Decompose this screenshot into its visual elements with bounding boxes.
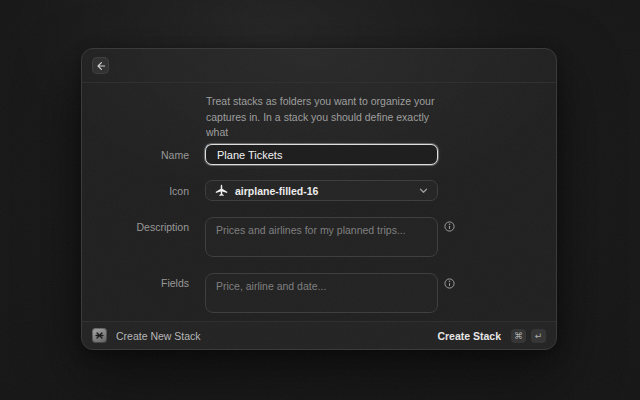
description-label: Description — [82, 221, 189, 233]
info-circle-icon[interactable] — [444, 221, 455, 232]
info-circle-icon[interactable] — [444, 278, 455, 289]
intro-line: Treat stacks as folders you want to orga… — [206, 94, 446, 110]
name-input[interactable] — [205, 144, 438, 165]
icon-label: Icon — [82, 185, 189, 197]
icon-select-value: airplane-filled-16 — [235, 185, 412, 197]
chevron-down-icon — [419, 188, 428, 194]
airplane-icon — [215, 184, 228, 197]
icon-select[interactable]: airplane-filled-16 — [205, 180, 438, 201]
create-stack-label: Create Stack — [437, 330, 501, 342]
footer-app-label: Create New Stack — [116, 330, 201, 342]
page-background: Treat stacks as folders you want to orga… — [0, 0, 640, 400]
create-stack-action[interactable]: Create Stack ⌘ ↵ — [437, 329, 546, 343]
fields-textarea[interactable] — [205, 273, 438, 313]
create-stack-dialog: Treat stacks as folders you want to orga… — [81, 48, 557, 350]
starburst-logo-icon — [92, 328, 107, 343]
name-label: Name — [82, 149, 189, 161]
back-button[interactable] — [92, 57, 109, 74]
command-key-icon: ⌘ — [511, 329, 526, 343]
intro-line: captures in. In a stack you should defin… — [206, 110, 446, 141]
dialog-header — [82, 49, 556, 83]
description-textarea[interactable] — [205, 217, 438, 257]
arrow-left-icon — [96, 57, 106, 75]
dialog-footer: Create New Stack Create Stack ⌘ ↵ — [82, 321, 556, 349]
fields-label: Fields — [82, 277, 189, 289]
return-key-icon: ↵ — [531, 329, 546, 343]
